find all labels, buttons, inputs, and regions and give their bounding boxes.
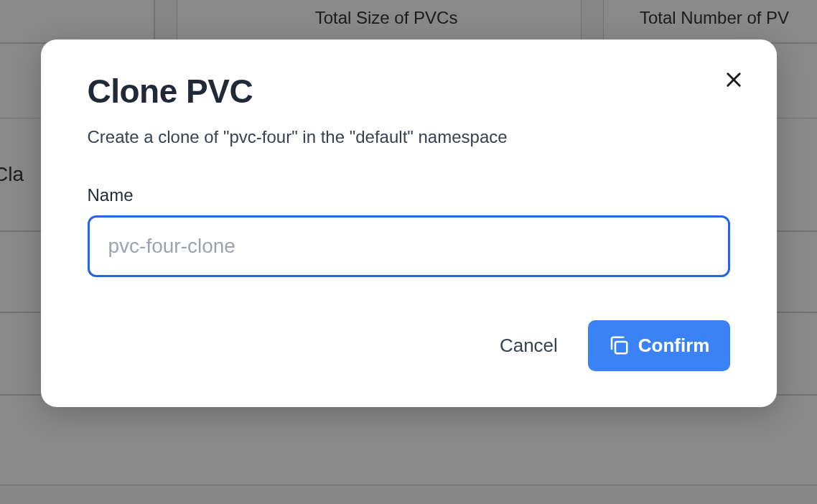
modal-title: Clone PVC — [88, 72, 730, 111]
confirm-button[interactable]: Confirm — [588, 320, 730, 371]
clone-pvc-modal: Clone PVC Create a clone of "pvc-four" i… — [41, 39, 777, 407]
modal-footer: Cancel Confirm — [88, 320, 730, 371]
close-button[interactable] — [721, 67, 747, 93]
modal-subtitle: Create a clone of "pvc-four" in the "def… — [88, 125, 730, 149]
name-input[interactable] — [88, 215, 730, 277]
modal-overlay[interactable]: Clone PVC Create a clone of "pvc-four" i… — [0, 0, 817, 504]
close-icon — [724, 70, 744, 90]
name-label: Name — [88, 185, 730, 205]
confirm-button-label: Confirm — [638, 335, 710, 357]
cancel-button[interactable]: Cancel — [497, 329, 561, 363]
svg-rect-2 — [615, 342, 627, 353]
copy-icon — [608, 335, 630, 356]
